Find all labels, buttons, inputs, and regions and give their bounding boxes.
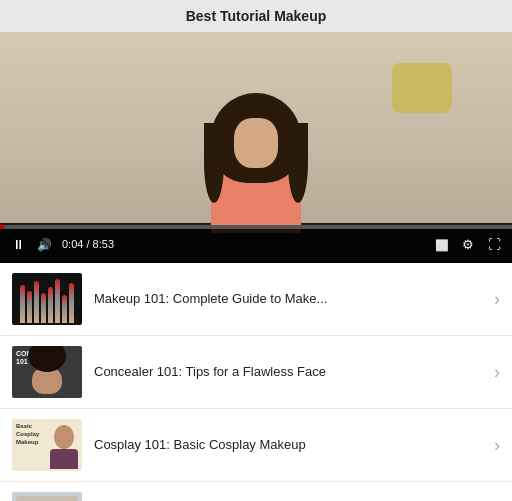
cosplay-head bbox=[54, 425, 74, 449]
playlist-arrow-2: › bbox=[494, 362, 500, 383]
time-display: 0:04 / 8:53 bbox=[62, 238, 114, 250]
brush-5 bbox=[48, 287, 53, 323]
playlist-item[interactable]: BasicCosplayMakeup Cosplay 101: Basic Co… bbox=[0, 409, 512, 482]
person-hair-thumb bbox=[28, 346, 66, 372]
total-time: 8:53 bbox=[93, 238, 114, 250]
brush-3 bbox=[34, 281, 39, 323]
pause-icon bbox=[12, 236, 25, 252]
volume-icon bbox=[37, 236, 52, 252]
playlist-item[interactable]: Makeup 101: Complete Guide to Make... › bbox=[0, 263, 512, 336]
playlist-thumb-2: CONCEALER101 bbox=[12, 346, 82, 398]
playlist-item[interactable]: Makeup 101: Beauty Blender › bbox=[0, 482, 512, 501]
playlist-arrow-3: › bbox=[494, 435, 500, 456]
playlist-container: Makeup 101: Complete Guide to Make... › … bbox=[0, 263, 512, 501]
person-head bbox=[226, 103, 286, 173]
brush-6 bbox=[55, 279, 60, 323]
cosplay-body bbox=[50, 449, 78, 469]
settings-icon bbox=[462, 236, 474, 252]
cosplay-text: BasicCosplayMakeup bbox=[16, 423, 39, 446]
playlist-thumb-1 bbox=[12, 273, 82, 325]
volume-button[interactable] bbox=[34, 234, 54, 254]
progress-bar-filled bbox=[0, 225, 4, 229]
concealer-thumbnail: CONCEALER101 bbox=[12, 346, 82, 398]
person-hair-left bbox=[204, 123, 224, 203]
progress-bar-container[interactable] bbox=[0, 225, 512, 229]
playlist-arrow-1: › bbox=[494, 289, 500, 310]
person-face bbox=[234, 118, 278, 168]
brush-8 bbox=[69, 283, 74, 323]
fullscreen-icon bbox=[488, 236, 501, 252]
video-control-bar: 0:04 / 8:53 bbox=[0, 225, 512, 263]
app-title: Best Tutorial Makeup bbox=[186, 8, 327, 24]
blender-thumbnail bbox=[12, 492, 82, 501]
title-bar: Best Tutorial Makeup bbox=[0, 0, 512, 33]
brush-4 bbox=[41, 293, 46, 323]
playlist-item[interactable]: CONCEALER101 Concealer 101: Tips for a F… bbox=[0, 336, 512, 409]
brush-thumbnail bbox=[12, 273, 82, 325]
playlist-info-2: Concealer 101: Tips for a Flawless Face bbox=[94, 362, 494, 381]
app-container: Best Tutorial Makeup bbox=[0, 0, 512, 501]
fullscreen-button[interactable] bbox=[484, 234, 504, 254]
playlist-thumb-4 bbox=[12, 492, 82, 501]
brush-2 bbox=[27, 291, 32, 323]
video-bg-pillow bbox=[392, 63, 452, 113]
brush-1 bbox=[20, 285, 25, 323]
brush-7 bbox=[62, 295, 67, 323]
settings-button[interactable] bbox=[458, 234, 478, 254]
playlist-thumb-3: BasicCosplayMakeup bbox=[12, 419, 82, 471]
video-person bbox=[211, 103, 301, 233]
cosplay-thumbnail: BasicCosplayMakeup bbox=[12, 419, 82, 471]
person-hair-right bbox=[288, 123, 308, 203]
blender-bg bbox=[16, 496, 78, 501]
playlist-title-1: Makeup 101: Complete Guide to Make... bbox=[94, 291, 327, 306]
playlist-title-2: Concealer 101: Tips for a Flawless Face bbox=[94, 364, 326, 379]
current-time: 0:04 bbox=[62, 238, 83, 250]
pause-button[interactable] bbox=[8, 234, 28, 254]
playlist-title-3: Cosplay 101: Basic Cosplay Makeup bbox=[94, 437, 306, 452]
video-player[interactable]: 0:04 / 8:53 bbox=[0, 33, 512, 263]
cc-button[interactable] bbox=[432, 234, 452, 254]
playlist-info-1: Makeup 101: Complete Guide to Make... bbox=[94, 289, 494, 308]
cc-icon bbox=[435, 236, 449, 252]
cosplay-person bbox=[50, 425, 78, 469]
playlist-info-3: Cosplay 101: Basic Cosplay Makeup bbox=[94, 435, 494, 454]
